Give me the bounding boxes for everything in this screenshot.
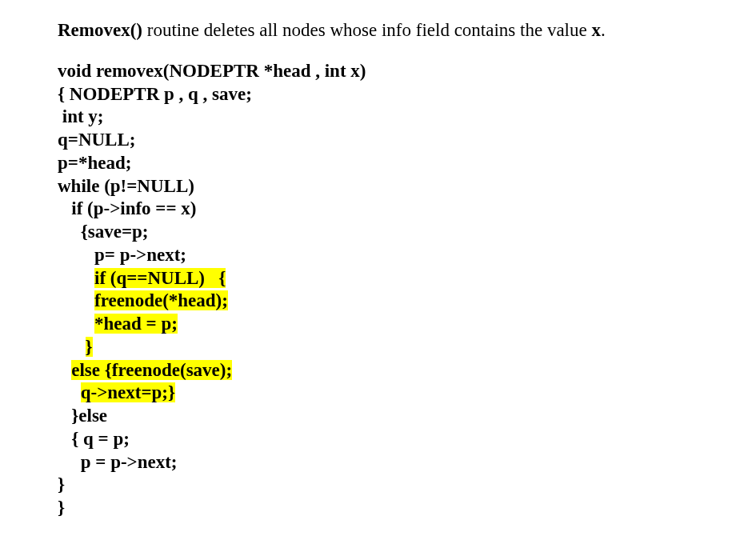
- var-x: x: [591, 20, 601, 40]
- code-line: }: [58, 497, 686, 520]
- intro-period: .: [601, 20, 606, 40]
- code-line: freenode(*head);: [58, 290, 686, 313]
- intro-text: Removex() routine deletes all nodes whos…: [58, 19, 686, 42]
- highlighted-code: *head = p;: [94, 314, 178, 334]
- code-line: p= p->next;: [58, 244, 686, 267]
- code-line: *head = p;: [58, 313, 686, 336]
- code-line: p=*head;: [58, 152, 686, 175]
- code-line: void removex(NODEPTR *head , int x): [58, 60, 686, 83]
- highlighted-code: else {freenode(save);: [71, 360, 232, 380]
- code-line: if (p->info == x): [58, 198, 686, 221]
- highlighted-code: q->next=p;}: [81, 382, 175, 402]
- highlighted-code: freenode(*head);: [94, 290, 228, 310]
- code-line: q->next=p;}: [58, 382, 686, 405]
- fn-name: Removex(): [58, 20, 142, 40]
- code-line: int y;: [58, 106, 686, 129]
- code-line: p = p->next;: [58, 451, 686, 474]
- code-line: }: [58, 474, 686, 497]
- code-line: if (q==NULL) {: [58, 267, 686, 290]
- code-line: }: [58, 336, 686, 359]
- code-line: q=NULL;: [58, 129, 686, 152]
- code-line: { q = p;: [58, 428, 686, 451]
- intro-rest: routine deletes all nodes whose info fie…: [142, 20, 591, 40]
- code-line: while (p!=NULL): [58, 175, 686, 198]
- code-block: void removex(NODEPTR *head , int x) { NO…: [58, 60, 686, 520]
- code-line: else {freenode(save);: [58, 359, 686, 382]
- code-line: { NODEPTR p , q , save;: [58, 83, 686, 106]
- code-line: {save=p;: [58, 221, 686, 244]
- highlighted-code: }: [86, 337, 93, 357]
- code-line: }else: [58, 405, 686, 428]
- highlighted-code: if (q==NULL) {: [94, 268, 226, 288]
